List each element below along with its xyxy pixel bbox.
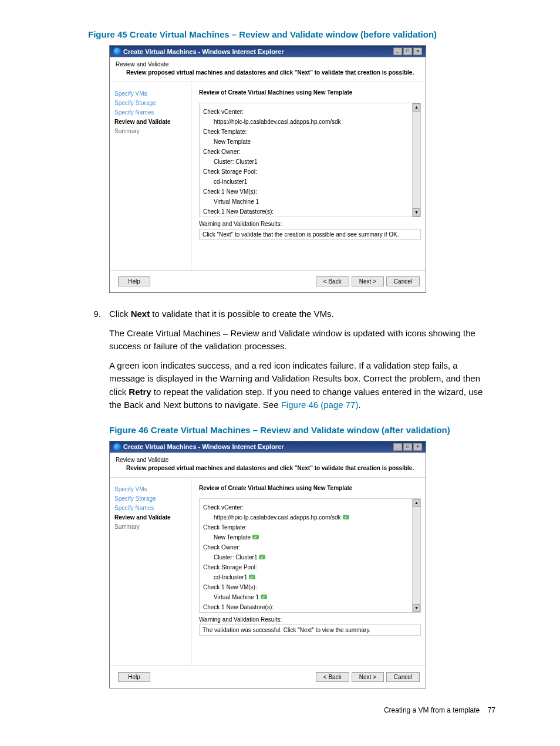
check-datastores: Check 1 New Datastore(s):: [203, 602, 417, 612]
sidebar-item-review-validate: Review and Validate: [114, 117, 187, 127]
sidebar-item-specify-names[interactable]: Specify Names: [114, 504, 187, 513]
dialog-header-desc: Review proposed virtual machines and dat…: [116, 69, 420, 76]
check-datastores: Check 1 New Datastore(s):: [203, 207, 417, 217]
review-title: Review of Create Virtual Machines using …: [199, 485, 421, 491]
sidebar-item-specify-storage[interactable]: Specify Storage: [114, 99, 187, 108]
close-button[interactable]: ×: [413, 48, 422, 55]
page-footer: Creating a VM from a template 77: [88, 706, 495, 714]
check-vms-value: Virtual Machine 1: [203, 592, 417, 602]
check-vcenter: Check vCenter:: [203, 107, 417, 117]
titlebar: Create Virtual Machines - Windows Intern…: [110, 46, 426, 57]
dialog-header-desc: Review proposed virtual machines and dat…: [116, 465, 420, 471]
wizard-sidebar: Specify VMs Specify Storage Specify Name…: [110, 478, 192, 666]
check-storage: Check Storage Pool:: [203, 562, 417, 572]
step-9: 9. Click Next to validate that it is pos…: [88, 308, 495, 418]
dialog-header-title: Review and Validate: [116, 457, 420, 463]
check-owner-value: Cluster: Cluster1: [203, 552, 417, 562]
cancel-button[interactable]: Cancel: [386, 276, 420, 286]
scroll-up-icon[interactable]: ▲: [413, 103, 420, 112]
warning-title: Warning and Validation Results:: [199, 221, 421, 227]
back-button[interactable]: < Back: [316, 672, 349, 682]
review-title: Review of Create Virtual Machines using …: [199, 89, 421, 96]
sidebar-item-summary: Summary: [114, 127, 187, 136]
dialog-header-title: Review and Validate: [116, 61, 420, 67]
warning-box: The validation was successful. Click "Ne…: [199, 625, 421, 636]
sidebar-item-specify-vms[interactable]: Specify VMs: [114, 89, 187, 99]
minimize-button[interactable]: _: [393, 48, 402, 55]
wizard-sidebar: Specify VMs Specify Storage Specify Name…: [110, 82, 192, 270]
success-icon: [261, 595, 267, 600]
figure-45-title: Figure 45 Create Virtual Machines – Revi…: [88, 29, 495, 39]
scroll-down-icon[interactable]: ▼: [413, 208, 420, 217]
back-button[interactable]: < Back: [316, 276, 349, 286]
sidebar-item-specify-names[interactable]: Specify Names: [114, 108, 187, 117]
validation-list: Check vCenter: https://hpic-lp.caslabdev…: [199, 103, 421, 217]
success-icon: [252, 535, 259, 540]
cancel-button[interactable]: Cancel: [386, 672, 420, 682]
scroll-up-icon[interactable]: ▲: [413, 499, 420, 507]
sidebar-item-review-validate: Review and Validate: [114, 513, 187, 522]
step-number: 9.: [88, 309, 109, 319]
dialog-before: Create Virtual Machines - Windows Intern…: [109, 45, 426, 293]
titlebar: Create Virtual Machines - Windows Intern…: [110, 441, 426, 453]
help-button[interactable]: Help: [118, 276, 150, 286]
check-owner: Check Owner:: [203, 147, 417, 157]
scrollbar[interactable]: ▲ ▼: [412, 103, 420, 217]
check-template: Check Template:: [203, 522, 417, 532]
ie-icon: [113, 48, 121, 55]
window-title: Create Virtual Machines - Windows Intern…: [123, 443, 284, 450]
ie-icon: [113, 443, 121, 451]
check-storage-value: cd-Incluster1: [203, 177, 417, 187]
success-icon: [259, 555, 265, 560]
figure-46-link[interactable]: Figure 46 (page 77): [281, 400, 359, 410]
window-controls: _ □ ×: [393, 443, 422, 451]
next-button[interactable]: Next >: [352, 672, 384, 682]
warning-title: Warning and Validation Results:: [199, 616, 421, 623]
help-button[interactable]: Help: [118, 672, 150, 682]
window-controls: _ □ ×: [393, 48, 422, 55]
check-template-value: New Template: [203, 532, 417, 542]
check-storage: Check Storage Pool:: [203, 167, 417, 177]
check-storage-value: cd-Incluster1: [203, 572, 417, 582]
check-owner-value: Cluster: Cluster1: [203, 157, 417, 167]
scroll-down-icon[interactable]: ▼: [413, 604, 420, 612]
step-9-p2: The Create Virtual Machines – Review and…: [109, 327, 495, 353]
check-datastores-value: Datastore 1: [203, 217, 417, 217]
success-icon: [343, 515, 349, 520]
close-button[interactable]: ×: [413, 443, 422, 451]
step-9-p3: A green icon indicates success, and a re…: [109, 359, 495, 412]
step-9-p1: Click Next to validate that it is possib…: [109, 308, 495, 321]
success-icon: [249, 575, 255, 580]
check-datastores-value: Datastore 1: [203, 612, 417, 613]
validation-list: Check vCenter: https://hpic-lp.caslabdev…: [199, 498, 421, 613]
scrollbar[interactable]: ▲ ▼: [412, 499, 420, 612]
check-vms-value: Virtual Machine 1: [203, 197, 417, 207]
sidebar-item-specify-storage[interactable]: Specify Storage: [114, 494, 187, 504]
check-vcenter-value: https://hpic-lp.caslabdev.casl.adapps.hp…: [203, 512, 417, 522]
check-vcenter: Check vCenter:: [203, 502, 417, 512]
sidebar-item-summary: Summary: [114, 522, 187, 532]
check-vms: Check 1 New VM(s):: [203, 187, 417, 197]
next-button[interactable]: Next >: [352, 276, 384, 286]
maximize-button[interactable]: □: [403, 443, 412, 451]
window-title: Create Virtual Machines - Windows Intern…: [123, 48, 284, 55]
warning-box: Click "Next" to validate that the creati…: [199, 229, 421, 240]
minimize-button[interactable]: _: [393, 443, 402, 451]
sidebar-item-specify-vms[interactable]: Specify VMs: [114, 485, 187, 494]
dialog-after: Create Virtual Machines - Windows Intern…: [109, 441, 426, 688]
check-owner: Check Owner:: [203, 542, 417, 552]
check-template-value: New Template: [203, 137, 417, 147]
maximize-button[interactable]: □: [403, 48, 412, 55]
check-template: Check Template:: [203, 127, 417, 137]
check-vms: Check 1 New VM(s):: [203, 582, 417, 592]
figure-46-title: Figure 46 Create Virtual Machines – Revi…: [109, 425, 495, 435]
check-vcenter-value: https://hpic-lp.caslabdev.casl.adapps.hp…: [203, 117, 417, 127]
